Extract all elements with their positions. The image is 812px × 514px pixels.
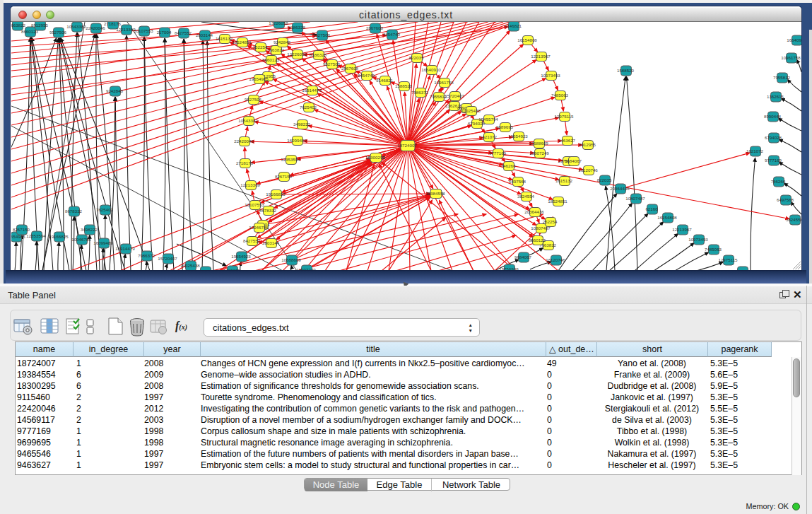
svg-text:7955812: 7955812 [773,75,791,80]
svg-text:1615132: 1615132 [555,178,573,183]
svg-text:20364436: 20364436 [524,209,544,214]
svg-text:7663822: 7663822 [267,47,285,52]
svg-text:3498222: 3498222 [293,122,311,127]
svg-text:10688609: 10688609 [281,257,301,262]
svg-text:19654985: 19654985 [249,76,269,81]
svg-text:62160: 62160 [645,206,658,211]
svg-text:2803144: 2803144 [262,240,280,245]
svg-text:16640910: 16640910 [421,67,441,72]
svg-text:12975115: 12975115 [554,114,574,119]
svg-text:18907249: 18907249 [296,267,316,270]
svg-text:15720407: 15720407 [445,93,464,98]
svg-text:10961758: 10961758 [434,80,454,85]
svg-text:7986372: 7986372 [138,253,155,258]
svg-text:16099489: 16099489 [287,138,307,143]
svg-text:16914479: 16914479 [115,246,135,251]
svg-text:8454749: 8454749 [358,73,375,78]
svg-text:18724007: 18724007 [397,143,417,148]
svg-text:15495794: 15495794 [195,269,215,270]
svg-text:9146821: 9146821 [505,23,522,28]
svg-text:8990448: 8990448 [764,114,782,119]
svg-text:18300295: 18300295 [365,155,385,160]
svg-text:3498222: 3498222 [81,227,98,232]
svg-text:8912955: 8912955 [579,142,596,147]
svg-text:2803144: 2803144 [196,33,213,37]
svg-text:6794028: 6794028 [765,135,782,140]
svg-text:12353594: 12353594 [281,157,300,162]
svg-text:9684067: 9684067 [565,158,582,163]
svg-text:22420046: 22420046 [234,139,254,144]
svg-text:16120746: 16120746 [546,257,565,262]
svg-text:12213369: 12213369 [116,27,136,32]
svg-text:8912955: 8912955 [31,23,49,28]
svg-text:9463627: 9463627 [734,269,751,270]
svg-text:9689695: 9689695 [496,124,514,129]
svg-text:19756928: 19756928 [499,267,519,270]
svg-text:822035: 822035 [597,177,612,182]
svg-text:7485063: 7485063 [705,247,722,252]
svg-text:19166825: 19166825 [266,192,286,197]
svg-text:10973493: 10973493 [541,73,560,78]
svg-text:9527506: 9527506 [245,97,262,102]
svg-text:20364436: 20364436 [610,186,630,191]
svg-text:2718176: 2718176 [104,22,122,26]
svg-text:13226058: 13226058 [287,52,307,57]
svg-text:9527508: 9527508 [323,62,341,66]
svg-text:8678332: 8678332 [259,208,277,213]
svg-text:10025438: 10025438 [180,263,200,268]
svg-text:8267150: 8267150 [275,174,293,179]
svg-text:2718176: 2718176 [236,160,254,165]
svg-text:7986372: 7986372 [411,90,429,95]
svg-text:10107553: 10107553 [134,28,153,33]
svg-text:10107553: 10107553 [245,202,264,207]
svg-text:12353594: 12353594 [26,233,46,238]
svg-text:8267150: 8267150 [13,227,30,232]
svg-text:16154808: 16154808 [657,215,677,220]
svg-text:7625402: 7625402 [300,105,317,110]
svg-text:22420046: 22420046 [86,25,105,30]
svg-text:9242848: 9242848 [273,40,291,45]
svg-text:8186328: 8186328 [310,52,327,57]
svg-text:16154808: 16154808 [517,37,537,42]
svg-text:8660123: 8660123 [529,238,546,243]
svg-text:746266: 746266 [501,163,516,168]
svg-text:12975115: 12975115 [718,257,738,262]
svg-text:1588520: 1588520 [617,68,635,73]
svg-text:12213967: 12213967 [531,54,551,59]
svg-text:10973493: 10973493 [688,237,708,242]
svg-text:16640910: 16640910 [787,37,801,42]
svg-text:18524851: 18524851 [232,40,252,45]
svg-text:1588520: 1588520 [395,83,413,88]
svg-text:822035: 822035 [409,55,424,60]
svg-text:9777169: 9777169 [765,158,782,163]
svg-text:1362615: 1362615 [767,94,784,99]
svg-text:12213369: 12213369 [240,182,260,187]
svg-text:8660123: 8660123 [262,57,280,62]
svg-text:19384554: 19384554 [425,191,445,196]
svg-text:19654923: 19654923 [231,254,251,259]
svg-text:10543382: 10543382 [66,24,86,29]
svg-text:9527508: 9527508 [313,33,331,37]
svg-text:9684067: 9684067 [514,255,532,259]
svg-text:10807487: 10807487 [625,196,645,201]
svg-text:13226058: 13226058 [269,22,288,25]
svg-text:7625402: 7625402 [96,207,114,212]
svg-text:16914479: 16914479 [302,88,322,93]
svg-text:10046786: 10046786 [249,225,269,230]
svg-text:252254: 252254 [543,219,558,224]
svg-text:252254: 252254 [253,45,268,49]
svg-text:8427552: 8427552 [243,238,261,243]
svg-text:12213967: 12213967 [672,227,692,232]
svg-text:10961758: 10961758 [781,55,801,60]
svg-text:217004: 217004 [157,30,172,35]
svg-text:8427552: 8427552 [175,30,192,35]
svg-text:2867608: 2867608 [341,66,359,71]
svg-text:6497568: 6497568 [509,179,526,184]
svg-text:9146821: 9146821 [376,78,394,83]
svg-text:18907249: 18907249 [529,151,549,156]
svg-text:9463627: 9463627 [558,138,576,143]
svg-text:7485063: 7485063 [551,93,569,98]
svg-text:8186328: 8186328 [288,25,306,30]
svg-text:10543382: 10543382 [238,118,258,123]
svg-text:7663822: 7663822 [11,23,26,28]
